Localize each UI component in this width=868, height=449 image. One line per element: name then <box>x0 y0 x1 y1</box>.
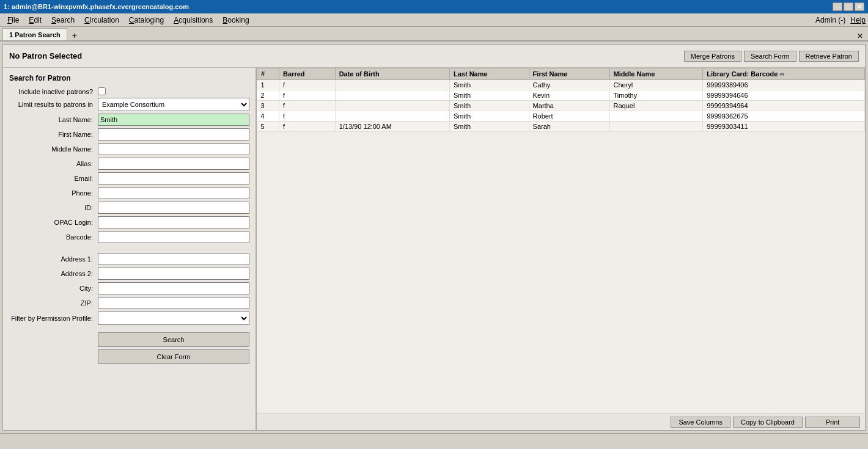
last-name-row: Last Name: <box>9 114 249 126</box>
zip-label: ZIP: <box>9 299 98 307</box>
menu-booking[interactable]: Booking <box>218 15 254 26</box>
help-label[interactable]: Help <box>850 16 866 24</box>
first-name-label: First Name: <box>9 131 98 138</box>
include-inactive-checkbox[interactable] <box>98 87 106 95</box>
bottom-bar: Save Columns Copy to Clipboard Print <box>257 414 865 430</box>
limit-results-select[interactable]: Example Consortium <box>98 98 249 111</box>
results-panel: # Barred Date of Birth Last Name First N… <box>257 68 865 430</box>
permission-select[interactable] <box>98 312 249 325</box>
email-label: Email: <box>9 175 98 182</box>
col-barred[interactable]: Barred <box>279 68 336 80</box>
alias-input[interactable] <box>98 158 249 170</box>
patron-status-label: No Patron Selected <box>9 51 82 60</box>
limit-results-label: Limit results to patrons in <box>9 101 98 108</box>
last-name-input[interactable] <box>98 114 249 126</box>
title-bar: 1: admin@BR1-winxpvmfx.phasefx.evergreen… <box>0 0 868 13</box>
last-name-label: Last Name: <box>9 116 98 123</box>
zip-row: ZIP: <box>9 297 249 309</box>
col-resize-icon: ⇔ <box>779 71 784 78</box>
merge-patrons-button[interactable]: Merge Patrons <box>684 51 741 62</box>
middle-name-label: Middle Name: <box>9 145 98 153</box>
tab-label: 1 Patron Search <box>9 31 61 38</box>
body-area: Search for Patron Include inactive patro… <box>3 68 865 430</box>
menu-edit[interactable]: Edit <box>24 15 46 26</box>
table-row[interactable]: 2fSmithKevinTimothy99999394646 <box>257 90 865 101</box>
email-input[interactable] <box>98 172 249 184</box>
minimize-button[interactable]: ─ <box>833 2 842 11</box>
limit-results-row: Limit results to patrons in Example Cons… <box>9 98 249 111</box>
restore-button[interactable]: □ <box>844 2 853 11</box>
address1-row: Address 1: <box>9 253 249 265</box>
opac-login-input[interactable] <box>98 216 249 228</box>
tab-bar: 1 Patron Search + ✕ <box>0 27 868 42</box>
permission-label: Filter by Permission Profile: <box>9 315 98 322</box>
barcode-input[interactable] <box>98 231 249 243</box>
menu-cataloging[interactable]: Cataloging <box>124 15 169 26</box>
id-label: ID: <box>9 204 98 211</box>
admin-area: Admin (-) Help <box>815 16 866 24</box>
col-barcode[interactable]: Library Card: Barcode ⇔ <box>703 68 865 80</box>
status-bar <box>0 433 868 447</box>
retrieve-patron-button[interactable]: Retrieve Patron <box>799 51 859 62</box>
clear-form-button[interactable]: Clear Form <box>98 349 249 364</box>
menu-file[interactable]: File <box>2 15 24 26</box>
col-last-name[interactable]: Last Name <box>450 68 529 80</box>
phone-input[interactable] <box>98 187 249 199</box>
id-input[interactable] <box>98 202 249 214</box>
search-form-button[interactable]: Search Form <box>744 51 796 62</box>
barcode-row: Barcode: <box>9 231 249 243</box>
tab-add-button[interactable]: + <box>70 31 79 40</box>
middle-name-input[interactable] <box>98 143 249 155</box>
phone-label: Phone: <box>9 189 98 197</box>
results-tbody: 1fSmithCathyCheryl999993894062fSmithKevi… <box>257 80 865 132</box>
menu-acquisitions[interactable]: Acquisitions <box>169 15 218 26</box>
title-bar-controls: ─ □ ✕ <box>833 2 864 11</box>
email-row: Email: <box>9 172 249 184</box>
copy-to-clipboard-button[interactable]: Copy to Clipboard <box>733 417 803 428</box>
title-bar-title: 1: admin@BR1-winxpvmfx.phasefx.evergreen… <box>4 3 833 10</box>
patron-bar: No Patron Selected Merge Patrons Search … <box>3 45 865 68</box>
results-table-wrap: # Barred Date of Birth Last Name First N… <box>257 68 865 414</box>
save-columns-button[interactable]: Save Columns <box>671 417 730 428</box>
alias-label: Alias: <box>9 160 98 167</box>
table-row[interactable]: 4fSmithRobert99999362675 <box>257 111 865 122</box>
menu-circulation[interactable]: Circulation <box>79 15 124 26</box>
patron-actions: Merge Patrons Search Form Retrieve Patro… <box>684 51 859 62</box>
address2-input[interactable] <box>98 268 249 280</box>
col-dob[interactable]: Date of Birth <box>335 68 449 80</box>
city-row: City: <box>9 282 249 294</box>
middle-name-row: Middle Name: <box>9 143 249 155</box>
permission-row: Filter by Permission Profile: <box>9 312 249 325</box>
address2-label: Address 2: <box>9 270 98 277</box>
menu-bar: File Edit Search Circulation Cataloging … <box>0 13 868 27</box>
opac-login-label: OPAC Login: <box>9 219 98 226</box>
window-close-icon[interactable]: ✕ <box>855 32 866 40</box>
barcode-label: Barcode: <box>9 233 98 241</box>
phone-row: Phone: <box>9 187 249 199</box>
col-middle-name[interactable]: Middle Name <box>609 68 703 80</box>
opac-login-row: OPAC Login: <box>9 216 249 228</box>
table-row[interactable]: 5f1/13/90 12:00 AMSmithSarah99999303411 <box>257 122 865 132</box>
table-header-row: # Barred Date of Birth Last Name First N… <box>257 68 865 80</box>
tab-patron-search[interactable]: 1 Patron Search <box>2 28 67 40</box>
search-buttons: Search Clear Form <box>9 332 249 364</box>
table-row[interactable]: 3fSmithMarthaRaquel99999394964 <box>257 101 865 111</box>
address1-label: Address 1: <box>9 255 98 263</box>
zip-input[interactable] <box>98 297 249 309</box>
main-content: No Patron Selected Merge Patrons Search … <box>2 44 866 431</box>
col-num[interactable]: # <box>257 68 279 80</box>
close-button[interactable]: ✕ <box>855 2 864 11</box>
first-name-input[interactable] <box>98 128 249 141</box>
print-button[interactable]: Print <box>805 417 860 428</box>
address1-input[interactable] <box>98 253 249 265</box>
city-input[interactable] <box>98 282 249 294</box>
admin-label: Admin (-) <box>815 16 845 24</box>
results-table: # Barred Date of Birth Last Name First N… <box>257 68 865 132</box>
col-first-name[interactable]: First Name <box>529 68 609 80</box>
include-inactive-row: Include inactive patrons? <box>9 87 249 95</box>
search-button[interactable]: Search <box>98 332 249 347</box>
address2-row: Address 2: <box>9 268 249 280</box>
include-inactive-label: Include inactive patrons? <box>9 88 98 95</box>
table-row[interactable]: 1fSmithCathyCheryl99999389406 <box>257 80 865 90</box>
menu-search[interactable]: Search <box>46 15 79 26</box>
